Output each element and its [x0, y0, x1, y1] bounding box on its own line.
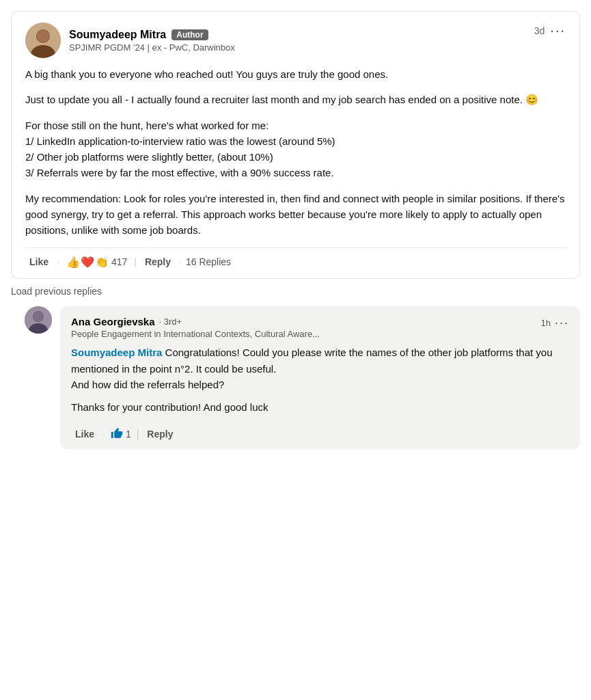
svg-point-3 [37, 30, 49, 42]
reply-avatar-image [25, 306, 52, 334]
reaction-count: 417 [111, 256, 127, 267]
reaction-heart-icon: ❤️ [81, 256, 94, 269]
reply-avatar [25, 306, 52, 334]
reactions-row: 👍 ❤️ 👏 417 [66, 256, 127, 269]
reply-reply-button[interactable]: Reply [143, 426, 177, 442]
post-paragraph-2: Just to update you all - I actually foun… [25, 92, 566, 107]
reply-reaction-count: 1 [126, 429, 131, 440]
reply-like-button[interactable]: Like [71, 426, 98, 442]
author-badge: Author [171, 29, 208, 40]
reaction-emojis: 👍 ❤️ 👏 [66, 256, 109, 269]
author-info: Soumyadeep Mitra Author SPJIMR PGDM '24 … [69, 29, 235, 53]
separator-1: · [57, 256, 59, 267]
reply-thumbs-icon [111, 427, 123, 442]
author-subtitle: SPJIMR PGDM '24 | ex - PwC, Darwinbox [69, 42, 235, 53]
reply-card: Ana Georgievska · 3rd+ People Engagement… [60, 306, 580, 449]
post-paragraph-3: For those still on the hunt, here's what… [25, 118, 566, 181]
reply-paragraph-1: Soumyadeep Mitra Congratulations! Could … [71, 345, 569, 392]
like-button[interactable]: Like [25, 254, 53, 270]
reply-actions: Like · 1 | Reply [71, 422, 569, 442]
post-card: Soumyadeep Mitra Author SPJIMR PGDM '24 … [11, 11, 580, 279]
reply-timestamp: 1h [541, 318, 551, 328]
reaction-clap-icon: 👏 [95, 256, 109, 269]
avatar [25, 23, 61, 58]
reply-author-info: Ana Georgievska · 3rd+ People Engagement… [71, 316, 320, 339]
author-name[interactable]: Soumyadeep Mitra [69, 29, 166, 41]
reply-reaction-row: 1 [111, 427, 131, 442]
reply-mention[interactable]: Soumyadeep Mitra [71, 347, 162, 358]
post-actions: Like · 👍 ❤️ 👏 417 | Reply · 16 Replies [25, 247, 566, 270]
reply-more-options-icon[interactable]: ··· [555, 316, 569, 330]
post-header: Soumyadeep Mitra Author SPJIMR PGDM '24 … [25, 23, 566, 58]
post-paragraph-1: A big thank you to everyone who reached … [25, 66, 566, 82]
separator-3: · [179, 256, 182, 267]
svg-point-7 [33, 312, 43, 321]
reaction-thumbs-icon: 👍 [66, 256, 80, 269]
reply-section: Ana Georgievska · 3rd+ People Engagement… [11, 306, 580, 449]
reply-separator-2: | [137, 429, 139, 440]
reply-header: Ana Georgievska · 3rd+ People Engagement… [71, 316, 569, 339]
replies-count: 16 Replies [186, 256, 231, 267]
reply-meta-right: 1h ··· [541, 316, 569, 330]
reply-separator-1: · [102, 429, 105, 440]
avatar-image [25, 23, 61, 58]
reply-subtitle: People Engagement in International Conte… [71, 329, 320, 339]
author-name-row: Soumyadeep Mitra Author [69, 29, 235, 41]
reply-author-name-row: Ana Georgievska · 3rd+ [71, 316, 320, 327]
reply-paragraph-2: Thanks for your contribution! And good l… [71, 399, 569, 415]
post-body: A big thank you to everyone who reached … [25, 66, 566, 238]
post-paragraph-4: My recommendation: Look for roles you're… [25, 191, 566, 239]
post-timestamp: 3d [534, 25, 545, 36]
post-meta-right: 3d ··· [534, 23, 566, 38]
more-options-icon[interactable]: ··· [550, 23, 566, 38]
reply-author-name[interactable]: Ana Georgievska [71, 316, 155, 327]
reply-body: Soumyadeep Mitra Congratulations! Could … [71, 345, 569, 415]
reply-button[interactable]: Reply [141, 254, 175, 270]
separator-2: | [134, 256, 137, 267]
post-header-left: Soumyadeep Mitra Author SPJIMR PGDM '24 … [25, 23, 235, 58]
load-previous-replies[interactable]: Load previous replies [11, 279, 580, 304]
reply-degree: · 3rd+ [159, 317, 182, 327]
reply-wrapper: Ana Georgievska · 3rd+ People Engagement… [25, 306, 580, 449]
